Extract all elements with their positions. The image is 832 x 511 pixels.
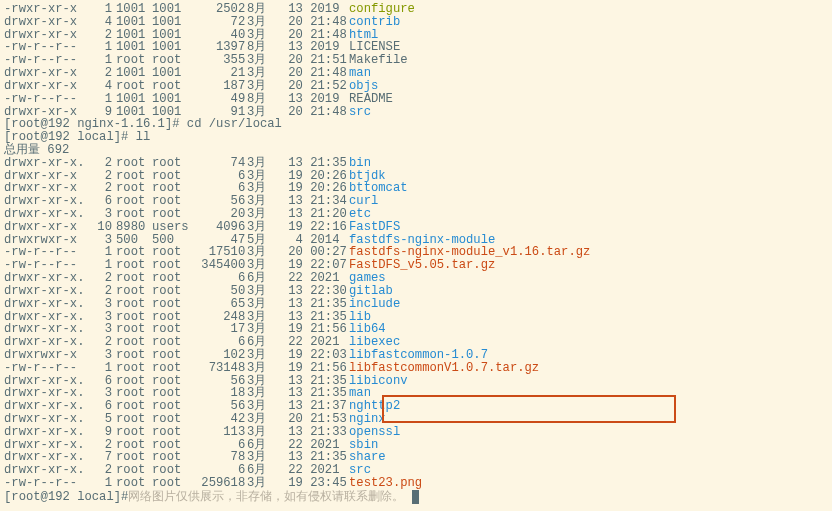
filename: openssl: [349, 425, 400, 439]
link-count: 3: [86, 298, 112, 311]
date: 3月 19 23:45: [247, 477, 347, 490]
permissions: drwxrwxr-x: [4, 349, 86, 362]
filename: nginx: [349, 412, 386, 426]
group: 1001: [152, 93, 194, 106]
listing-row: drwxr-xr-x 4rootroot 1873月 20 21:52objs: [4, 80, 828, 93]
link-count: 1: [86, 362, 112, 375]
owner: root: [116, 349, 152, 362]
owner: 1001: [116, 3, 152, 16]
size: 49: [194, 93, 244, 106]
owner: root: [116, 272, 152, 285]
link-count: 3: [86, 208, 112, 221]
date: 3月 13 21:20: [247, 208, 347, 221]
link-count: 2: [86, 285, 112, 298]
link-count: 5: [86, 413, 112, 426]
filename: libfastcommonV1.0.7.tar.gz: [349, 361, 539, 375]
group: root: [152, 362, 194, 375]
permissions: -rw-r--r--: [4, 362, 86, 375]
link-count: 4: [86, 16, 112, 29]
group: root: [152, 413, 194, 426]
watermark-text: 网络图片仅供展示，非存储，如有侵权请联系删除。: [128, 490, 404, 504]
link-count: 4: [86, 80, 112, 93]
filename: contrib: [349, 15, 400, 29]
owner: root: [116, 80, 152, 93]
link-count: 1: [86, 93, 112, 106]
date: 3月 20 21:48: [247, 16, 347, 29]
listing-row: -rwxr-xr-x 110011001 25028月 13 2019confi…: [4, 3, 828, 16]
date: 3月 20 21:52: [247, 80, 347, 93]
prompt-line: [root@192 local]# ll: [4, 131, 828, 144]
listing-row: -rw-r--r-- 110011001 498月 13 2019README: [4, 93, 828, 106]
size: 6: [194, 272, 244, 285]
owner: root: [116, 208, 152, 221]
owner: root: [116, 413, 152, 426]
owner: 1001: [116, 93, 152, 106]
link-count: 2: [86, 157, 112, 170]
group: root: [152, 298, 194, 311]
group: root: [152, 285, 194, 298]
group: 1001: [152, 67, 194, 80]
group: root: [152, 349, 194, 362]
date: 3月 19 22:03: [247, 349, 347, 362]
date: 3月 13 21:35: [247, 298, 347, 311]
permissions: drwxr-xr-x: [4, 80, 86, 93]
listing-row: drwxr-xr-x 410011001 723月 20 21:48contri…: [4, 16, 828, 29]
footer-line[interactable]: [root@192 local]#网络图片仅供展示，非存储，如有侵权请联系删除。: [4, 490, 828, 504]
permissions: -rw-r--r--: [4, 477, 86, 490]
filename: bin: [349, 156, 371, 170]
owner: root: [116, 285, 152, 298]
listing-row: -rw-r--r-- 1rootroot 731483月 19 21:56lib…: [4, 362, 828, 375]
date: 3月 13 21:33: [247, 426, 347, 439]
size: 4096: [194, 221, 244, 234]
filename: man: [349, 66, 371, 80]
link-count: 10: [86, 221, 112, 234]
owner: root: [116, 157, 152, 170]
group: 1001: [152, 3, 194, 16]
size: 102: [194, 349, 244, 362]
permissions: drwxr-xr-x: [4, 16, 86, 29]
group: root: [152, 272, 194, 285]
permissions: drwxr-xr-x.: [4, 426, 86, 439]
permissions: -rwxr-xr-x: [4, 3, 86, 16]
date: 6月 22 2021: [247, 272, 347, 285]
listing-row: -rw-r--r-- 1rootroot 2596183月 19 23:45te…: [4, 477, 828, 490]
group: root: [152, 80, 194, 93]
permissions: drwxr-xr-x.: [4, 157, 86, 170]
filename: objs: [349, 79, 378, 93]
owner: root: [116, 477, 152, 490]
size: 72: [194, 16, 244, 29]
date: 3月 20 21:48: [247, 67, 347, 80]
permissions: drwxr-xr-x.: [4, 272, 86, 285]
group: root: [152, 426, 194, 439]
filename: configure: [349, 2, 415, 16]
size: 2502: [194, 3, 244, 16]
link-count: 3: [86, 349, 112, 362]
owner: root: [116, 298, 152, 311]
filename: src: [349, 105, 371, 119]
filename: etc: [349, 207, 371, 221]
owner: 1001: [116, 67, 152, 80]
size: 20: [194, 208, 244, 221]
permissions: drwxr-xr-x.: [4, 285, 86, 298]
date: 3月 13 22:30: [247, 285, 347, 298]
date: 8月 13 2019: [247, 3, 347, 16]
cursor: [412, 490, 419, 504]
group: root: [152, 477, 194, 490]
group: 1001: [152, 16, 194, 29]
size: 50: [194, 285, 244, 298]
link-count: 9: [86, 426, 112, 439]
permissions: -rw-r--r--: [4, 93, 86, 106]
listing-row: drwxr-xr-x. 2rootroot 503月 13 22:30gitla…: [4, 285, 828, 298]
listing-row: drwxr-xr-x. 2rootroot 66月 22 2021games: [4, 272, 828, 285]
date: 3月 13 21:35: [247, 157, 347, 170]
filename: games: [349, 271, 386, 285]
date: 3月 19 22:16: [247, 221, 347, 234]
permissions: drwxr-xr-x: [4, 67, 86, 80]
size: 21: [194, 67, 244, 80]
listing-row: drwxr-xr-x. 9rootroot 1133月 13 21:33open…: [4, 426, 828, 439]
listing-row: drwxr-xr-x. 5rootroot 423月 20 21:53nginx: [4, 413, 828, 426]
group: root: [152, 157, 194, 170]
link-count: 1: [86, 3, 112, 16]
link-count: 2: [86, 272, 112, 285]
permissions: drwxr-xr-x.: [4, 208, 86, 221]
